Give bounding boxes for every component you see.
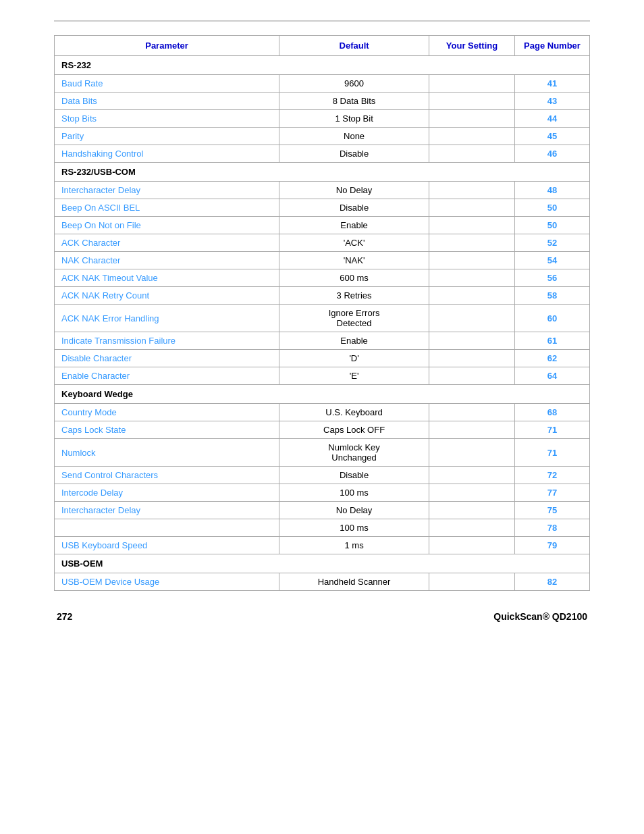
param-page-number[interactable]: 58 bbox=[514, 287, 589, 305]
param-name[interactable]: ACK Character bbox=[55, 234, 279, 252]
param-name[interactable]: Indicate Transmission Failure bbox=[55, 332, 279, 350]
table-row: Data Bits8 Data Bits43 bbox=[55, 93, 590, 110]
param-page-number[interactable]: 41 bbox=[514, 75, 589, 93]
section-label: RS-232/USB-COM bbox=[55, 163, 590, 182]
param-default: Disable bbox=[279, 199, 429, 217]
top-border bbox=[54, 20, 590, 22]
table-row: ACK Character'ACK'52 bbox=[55, 234, 590, 252]
param-name[interactable]: Handshaking Control bbox=[55, 145, 279, 163]
table-row: Keyboard Wedge bbox=[55, 385, 590, 404]
section-label: RS-232 bbox=[55, 56, 590, 75]
param-name[interactable]: Country Mode bbox=[55, 404, 279, 421]
table-row: 100 ms78 bbox=[55, 519, 590, 537]
param-name[interactable]: Intercode Delay bbox=[55, 484, 279, 502]
table-row: ACK NAK Retry Count3 Retries58 bbox=[55, 287, 590, 305]
param-name[interactable]: NAK Character bbox=[55, 252, 279, 269]
param-your-setting[interactable] bbox=[429, 305, 515, 332]
param-name[interactable]: Stop Bits bbox=[55, 110, 279, 128]
param-default: Numlock KeyUnchanged bbox=[279, 439, 429, 467]
param-name[interactable]: Data Bits bbox=[55, 93, 279, 110]
table-row: Intercharacter DelayNo Delay75 bbox=[55, 502, 590, 519]
param-your-setting[interactable] bbox=[429, 128, 515, 145]
param-your-setting[interactable] bbox=[429, 75, 515, 93]
param-name[interactable]: Baud Rate bbox=[55, 75, 279, 93]
param-page-number[interactable]: 82 bbox=[514, 573, 589, 591]
param-your-setting[interactable] bbox=[429, 519, 515, 537]
param-page-number[interactable]: 52 bbox=[514, 234, 589, 252]
param-name[interactable]: Parity bbox=[55, 128, 279, 145]
param-page-number[interactable]: 71 bbox=[514, 421, 589, 439]
param-page-number[interactable]: 50 bbox=[514, 217, 589, 234]
param-default: Enable bbox=[279, 332, 429, 350]
table-row: USB-OEM Device UsageHandheld Scanner82 bbox=[55, 573, 590, 591]
param-page-number[interactable]: 62 bbox=[514, 350, 589, 367]
param-default: 600 ms bbox=[279, 269, 429, 287]
param-name[interactable]: ACK NAK Error Handling bbox=[55, 305, 279, 332]
param-your-setting[interactable] bbox=[429, 199, 515, 217]
param-your-setting[interactable] bbox=[429, 217, 515, 234]
param-name[interactable]: USB-OEM Device Usage bbox=[55, 573, 279, 591]
param-page-number[interactable]: 44 bbox=[514, 110, 589, 128]
param-your-setting[interactable] bbox=[429, 252, 515, 269]
table-row: USB-OEM bbox=[55, 554, 590, 573]
param-name[interactable]: Enable Character bbox=[55, 367, 279, 385]
param-your-setting[interactable] bbox=[429, 332, 515, 350]
param-page-number[interactable]: 50 bbox=[514, 199, 589, 217]
param-your-setting[interactable] bbox=[429, 350, 515, 367]
param-page-number[interactable]: 71 bbox=[514, 439, 589, 467]
param-your-setting[interactable] bbox=[429, 502, 515, 519]
param-name[interactable]: Beep On ASCII BEL bbox=[55, 199, 279, 217]
param-name[interactable]: Send Control Characters bbox=[55, 467, 279, 484]
table-row: Disable Character'D'62 bbox=[55, 350, 590, 367]
param-name[interactable]: Intercharacter Delay bbox=[55, 182, 279, 199]
param-your-setting[interactable] bbox=[429, 287, 515, 305]
param-name[interactable]: Disable Character bbox=[55, 350, 279, 367]
param-name[interactable]: Intercharacter Delay bbox=[55, 502, 279, 519]
param-page-number[interactable]: 72 bbox=[514, 467, 589, 484]
param-your-setting[interactable] bbox=[429, 439, 515, 467]
param-name bbox=[55, 519, 279, 537]
param-your-setting[interactable] bbox=[429, 182, 515, 199]
param-page-number[interactable]: 56 bbox=[514, 269, 589, 287]
param-page-number[interactable]: 78 bbox=[514, 519, 589, 537]
table-row: ACK NAK Error HandlingIgnore ErrorsDetec… bbox=[55, 305, 590, 332]
param-page-number[interactable]: 61 bbox=[514, 332, 589, 350]
param-your-setting[interactable] bbox=[429, 404, 515, 421]
param-your-setting[interactable] bbox=[429, 484, 515, 502]
param-page-number[interactable]: 48 bbox=[514, 182, 589, 199]
param-page-number[interactable]: 79 bbox=[514, 537, 589, 554]
param-name[interactable]: Beep On Not on File bbox=[55, 217, 279, 234]
parameters-table: Parameter Default Your Setting Page Numb… bbox=[54, 35, 590, 591]
param-your-setting[interactable] bbox=[429, 269, 515, 287]
param-page-number[interactable]: 43 bbox=[514, 93, 589, 110]
param-your-setting[interactable] bbox=[429, 537, 515, 554]
param-default: 1 Stop Bit bbox=[279, 110, 429, 128]
param-default: Handheld Scanner bbox=[279, 573, 429, 591]
param-your-setting[interactable] bbox=[429, 573, 515, 591]
param-page-number[interactable]: 46 bbox=[514, 145, 589, 163]
param-page-number[interactable]: 60 bbox=[514, 305, 589, 332]
param-your-setting[interactable] bbox=[429, 93, 515, 110]
param-page-number[interactable]: 77 bbox=[514, 484, 589, 502]
table-row: RS-232/USB-COM bbox=[55, 163, 590, 182]
param-page-number[interactable]: 75 bbox=[514, 502, 589, 519]
param-your-setting[interactable] bbox=[429, 234, 515, 252]
param-name[interactable]: Numlock bbox=[55, 439, 279, 467]
param-your-setting[interactable] bbox=[429, 110, 515, 128]
param-page-number[interactable]: 45 bbox=[514, 128, 589, 145]
param-default: 3 Retries bbox=[279, 287, 429, 305]
param-your-setting[interactable] bbox=[429, 421, 515, 439]
param-your-setting[interactable] bbox=[429, 367, 515, 385]
param-name[interactable]: USB Keyboard Speed bbox=[55, 537, 279, 554]
section-label: Keyboard Wedge bbox=[55, 385, 590, 404]
param-page-number[interactable]: 64 bbox=[514, 367, 589, 385]
param-page-number[interactable]: 68 bbox=[514, 404, 589, 421]
param-name[interactable]: ACK NAK Timeout Value bbox=[55, 269, 279, 287]
param-name[interactable]: ACK NAK Retry Count bbox=[55, 287, 279, 305]
param-name[interactable]: Caps Lock State bbox=[55, 421, 279, 439]
param-your-setting[interactable] bbox=[429, 145, 515, 163]
table-row: Caps Lock StateCaps Lock OFF71 bbox=[55, 421, 590, 439]
param-your-setting[interactable] bbox=[429, 467, 515, 484]
table-row: NumlockNumlock KeyUnchanged71 bbox=[55, 439, 590, 467]
param-page-number[interactable]: 54 bbox=[514, 252, 589, 269]
